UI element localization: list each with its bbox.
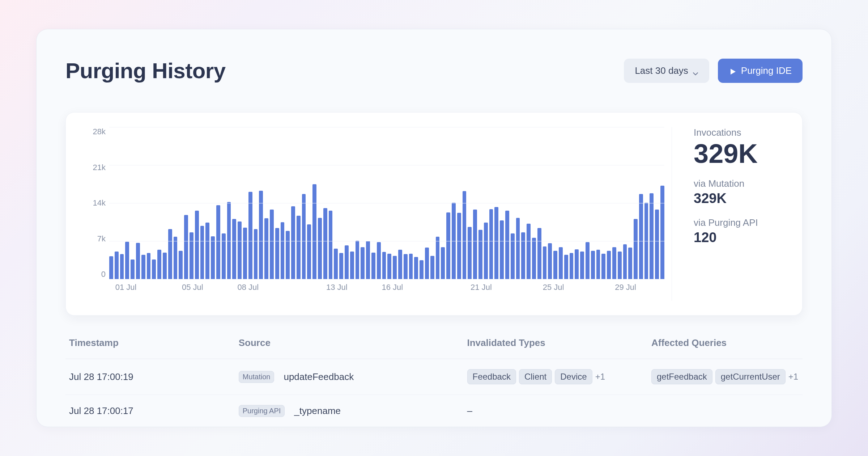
bar bbox=[281, 222, 285, 279]
bar bbox=[238, 221, 242, 279]
history-table-body: Jul 28 17:00:19MutationupdateFeedbackFee… bbox=[65, 359, 803, 427]
types-more: +1 bbox=[595, 372, 605, 381]
bar bbox=[639, 194, 643, 279]
bar bbox=[312, 184, 316, 279]
bar bbox=[570, 253, 574, 279]
bar bbox=[366, 241, 370, 279]
bar bbox=[152, 259, 156, 279]
chart: 28k21k14k7k0 01 Jul05 Jul08 Jul13 Jul16 … bbox=[80, 127, 672, 301]
bar bbox=[527, 224, 531, 279]
stat-mutation: via Mutation 329K bbox=[694, 178, 780, 206]
x-tick: 25 Jul bbox=[543, 283, 564, 292]
bar bbox=[409, 254, 413, 279]
bar bbox=[174, 237, 178, 279]
bar bbox=[543, 246, 547, 279]
bar bbox=[190, 232, 193, 279]
cell-types: FeedbackClientDevice+1 bbox=[464, 359, 648, 395]
source-tag: Mutation bbox=[239, 371, 275, 383]
col-source: Source bbox=[235, 337, 464, 359]
purging-ide-button[interactable]: Purging IDE bbox=[718, 59, 803, 83]
chart-card: 28k21k14k7k0 01 Jul05 Jul08 Jul13 Jul16 … bbox=[65, 112, 803, 316]
cell-source: MutationupdateFeedback bbox=[235, 359, 464, 395]
bar bbox=[264, 218, 268, 279]
bar bbox=[484, 223, 488, 279]
grid-line bbox=[109, 279, 664, 279]
bar bbox=[494, 207, 498, 279]
bar bbox=[634, 219, 638, 279]
bar bbox=[147, 253, 151, 279]
bar bbox=[136, 243, 140, 279]
grid-line bbox=[109, 165, 664, 165]
bar bbox=[559, 247, 563, 279]
bar bbox=[521, 232, 525, 279]
x-tick: 08 Jul bbox=[237, 283, 259, 292]
page-title: Purging History bbox=[65, 58, 226, 83]
bar bbox=[350, 252, 354, 279]
bar bbox=[339, 253, 343, 279]
header-actions: Last 30 days Purging IDE bbox=[624, 59, 803, 83]
bar bbox=[650, 193, 654, 279]
bar bbox=[591, 251, 595, 279]
bar bbox=[580, 252, 584, 279]
table-row[interactable]: Jul 28 17:00:17Purging API_typename– bbox=[65, 395, 803, 427]
bar bbox=[297, 216, 301, 279]
bar bbox=[195, 211, 199, 279]
bar bbox=[655, 210, 659, 279]
col-queries: Affected Queries bbox=[648, 337, 803, 359]
table-row[interactable]: Jul 28 17:00:19MutationupdateFeedbackFee… bbox=[65, 359, 803, 395]
bar bbox=[200, 226, 204, 279]
bar bbox=[425, 248, 429, 279]
bar bbox=[468, 227, 472, 279]
col-timestamp: Timestamp bbox=[65, 337, 235, 359]
cell-timestamp: Jul 28 17:00:19 bbox=[65, 359, 235, 395]
bar bbox=[377, 242, 381, 279]
bar bbox=[387, 254, 391, 279]
bar bbox=[243, 228, 247, 279]
bar bbox=[157, 250, 161, 279]
col-types: Invalidated Types bbox=[464, 337, 648, 359]
bar bbox=[404, 254, 408, 279]
bar bbox=[601, 254, 605, 279]
bar bbox=[307, 224, 311, 279]
stat-invocations-label: Invocations bbox=[694, 127, 780, 138]
bar bbox=[211, 236, 215, 279]
stat-api-label: via Purging API bbox=[694, 217, 780, 228]
bar bbox=[270, 210, 274, 279]
bar bbox=[441, 247, 445, 279]
bar bbox=[222, 233, 226, 279]
type-tag: Device bbox=[555, 369, 592, 384]
bar bbox=[505, 211, 509, 279]
y-tick: 7k bbox=[97, 234, 106, 244]
stats-column: Invocations 329K via Mutation 329K via P… bbox=[672, 127, 802, 301]
x-tick: 01 Jul bbox=[115, 283, 137, 292]
bar bbox=[345, 245, 349, 279]
y-tick: 0 bbox=[101, 270, 106, 279]
bar bbox=[532, 238, 536, 279]
bar bbox=[623, 244, 627, 279]
x-tick: 16 Jul bbox=[382, 283, 403, 292]
date-range-label: Last 30 days bbox=[635, 65, 688, 76]
x-tick: 21 Jul bbox=[471, 283, 492, 292]
bar bbox=[371, 253, 375, 279]
cell-timestamp: Jul 28 17:00:17 bbox=[65, 395, 235, 427]
bar bbox=[254, 229, 258, 279]
bar bbox=[318, 218, 322, 279]
bar bbox=[511, 233, 515, 279]
bar bbox=[628, 248, 632, 279]
type-tag: Feedback bbox=[467, 369, 516, 384]
date-range-dropdown[interactable]: Last 30 days bbox=[624, 59, 709, 83]
bar bbox=[463, 191, 467, 279]
bar bbox=[430, 256, 434, 279]
bar bbox=[168, 229, 172, 279]
source-name: updateFeedback bbox=[284, 371, 354, 383]
bar bbox=[131, 259, 135, 279]
x-tick: 05 Jul bbox=[182, 283, 203, 292]
header: Purging History Last 30 days Purging IDE bbox=[65, 58, 803, 83]
stat-mutation-label: via Mutation bbox=[694, 178, 780, 189]
history-table-head: Timestamp Source Invalidated Types Affec… bbox=[65, 337, 803, 359]
bar bbox=[302, 194, 306, 279]
bar bbox=[398, 250, 402, 279]
bar bbox=[446, 212, 450, 279]
bar bbox=[356, 241, 359, 279]
bar bbox=[436, 237, 440, 279]
